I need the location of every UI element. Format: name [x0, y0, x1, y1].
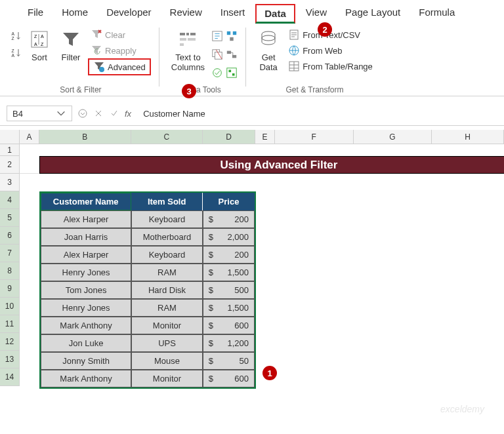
- chevron-down-icon[interactable]: [56, 108, 66, 119]
- row-header-7[interactable]: 7: [0, 245, 20, 262]
- from-web-button[interactable]: From Web: [285, 43, 375, 58]
- col-header-H[interactable]: H: [432, 130, 504, 144]
- row-header-8[interactable]: 8: [0, 262, 20, 280]
- table-cell[interactable]: Jon Luke: [41, 334, 131, 352]
- row-header-12[interactable]: 12: [0, 333, 20, 351]
- table-cell[interactable]: $50: [203, 352, 255, 370]
- svg-text:Z: Z: [41, 42, 44, 47]
- table-cell[interactable]: Hard Disk: [131, 281, 203, 299]
- row-header-5[interactable]: 5: [0, 209, 20, 227]
- row-header-13[interactable]: 13: [0, 351, 20, 368]
- filter-icon: [60, 29, 81, 50]
- text-to-columns-button[interactable]: Text to Columns: [167, 28, 209, 73]
- table-cell[interactable]: $1,500: [203, 264, 255, 281]
- flash-fill-icon[interactable]: [211, 30, 223, 42]
- sort-az-icon[interactable]: AZ: [10, 30, 22, 42]
- col-header-D[interactable]: D: [203, 130, 255, 144]
- remove-dup-icon[interactable]: [211, 49, 223, 60]
- table-cell[interactable]: Monitor: [131, 370, 203, 387]
- sort-icon: ZAAZ: [29, 29, 50, 50]
- table-cell[interactable]: Joan Harris: [41, 228, 131, 246]
- tab-pagelayout[interactable]: Page Layout: [337, 4, 408, 22]
- tab-insert[interactable]: Insert: [213, 4, 253, 22]
- tab-developer[interactable]: Developer: [98, 4, 159, 22]
- table-cell[interactable]: $200: [203, 246, 255, 264]
- sort-za-icon[interactable]: ZA: [10, 47, 22, 59]
- table-cell[interactable]: Jonny Smith: [41, 352, 131, 370]
- row-header-6[interactable]: 6: [0, 227, 20, 245]
- get-data-icon: [258, 29, 279, 50]
- table-cell[interactable]: Tom Jones: [41, 281, 131, 299]
- table-cell[interactable]: $600: [203, 370, 255, 387]
- formula-value[interactable]: Customer Name: [136, 109, 497, 119]
- table-cell[interactable]: Motherboard: [131, 228, 203, 246]
- col-header-F[interactable]: F: [275, 130, 354, 144]
- col-header-E[interactable]: E: [255, 130, 275, 144]
- table-cell[interactable]: $200: [203, 210, 255, 228]
- fx-icon[interactable]: fх: [125, 109, 131, 119]
- validation-icon[interactable]: [211, 67, 223, 79]
- table-cell[interactable]: Mouse: [131, 352, 203, 370]
- table-cell[interactable]: Keyboard: [131, 210, 203, 228]
- table-cell[interactable]: RAM: [131, 299, 203, 317]
- table-cell[interactable]: Henry Jones: [41, 299, 131, 317]
- table-cell[interactable]: Henry Jones: [41, 264, 131, 281]
- table-cell[interactable]: Mark Anthony: [41, 370, 131, 387]
- row-header-4[interactable]: 4: [0, 191, 20, 209]
- from-table-button[interactable]: From Table/Range: [285, 59, 375, 73]
- enter-icon[interactable]: [109, 108, 119, 119]
- dropdown-icon[interactable]: [77, 108, 88, 119]
- svg-rect-12: [190, 33, 196, 35]
- row-header-3[interactable]: 3: [0, 174, 20, 191]
- table-cell[interactable]: UPS: [131, 334, 203, 352]
- table-cell[interactable]: Mark Anthony: [41, 317, 131, 334]
- table-cell[interactable]: Alex Harper: [41, 246, 131, 264]
- tab-view[interactable]: View: [298, 4, 335, 22]
- tab-formula[interactable]: Formula: [411, 4, 463, 22]
- col-header-G[interactable]: G: [354, 130, 432, 144]
- manage-model-icon[interactable]: [226, 67, 238, 79]
- consolidate-icon[interactable]: [226, 30, 238, 42]
- relations-icon[interactable]: [226, 49, 238, 60]
- cancel-icon[interactable]: [93, 108, 104, 119]
- row-header-2[interactable]: 2: [0, 156, 20, 174]
- row-header-14[interactable]: 14: [0, 368, 20, 386]
- table-header[interactable]: Customer Name: [41, 193, 131, 210]
- tab-review[interactable]: Review: [162, 4, 210, 22]
- table-cell[interactable]: $1,200: [203, 334, 255, 352]
- tab-home[interactable]: Home: [54, 4, 96, 22]
- table-cell[interactable]: $2,000: [203, 228, 255, 246]
- row-header-10[interactable]: 10: [0, 298, 20, 315]
- advanced-button[interactable]: Advanced: [88, 58, 151, 75]
- col-header-A[interactable]: A: [20, 130, 39, 144]
- web-icon: [288, 45, 300, 56]
- table-cell[interactable]: $600: [203, 317, 255, 334]
- get-data-button[interactable]: Get Data: [254, 28, 283, 73]
- svg-point-33: [79, 109, 87, 117]
- name-box[interactable]: B4: [7, 106, 72, 121]
- select-all-corner[interactable]: [0, 130, 20, 144]
- svg-rect-11: [186, 33, 189, 35]
- spreadsheet-grid: ABCDEFGH 1234567891011121314 Using Advan…: [0, 130, 504, 144]
- table-header[interactable]: Price: [203, 193, 255, 210]
- table-cell[interactable]: Keyboard: [131, 246, 203, 264]
- table-cell[interactable]: Alex Harper: [41, 210, 131, 228]
- text-to-columns-icon: [177, 29, 198, 50]
- svg-rect-20: [227, 31, 230, 35]
- row-header-11[interactable]: 11: [0, 315, 20, 333]
- table-cell[interactable]: Monitor: [131, 317, 203, 334]
- row-header-1[interactable]: 1: [0, 144, 20, 156]
- tab-file[interactable]: File: [20, 4, 51, 22]
- table-cell[interactable]: RAM: [131, 264, 203, 281]
- filter-button[interactable]: Filter: [56, 28, 85, 64]
- col-header-C[interactable]: C: [131, 130, 203, 144]
- sort-button[interactable]: ZAAZ Sort: [25, 28, 54, 64]
- svg-point-19: [213, 69, 222, 77]
- row-header-9[interactable]: 9: [0, 280, 20, 298]
- col-header-B[interactable]: B: [39, 130, 131, 144]
- tab-data[interactable]: Data: [255, 4, 295, 24]
- table-header[interactable]: Item Sold: [131, 193, 203, 210]
- table-cell[interactable]: $500: [203, 281, 255, 299]
- table-cell[interactable]: $1,500: [203, 299, 255, 317]
- csv-icon: [288, 29, 300, 41]
